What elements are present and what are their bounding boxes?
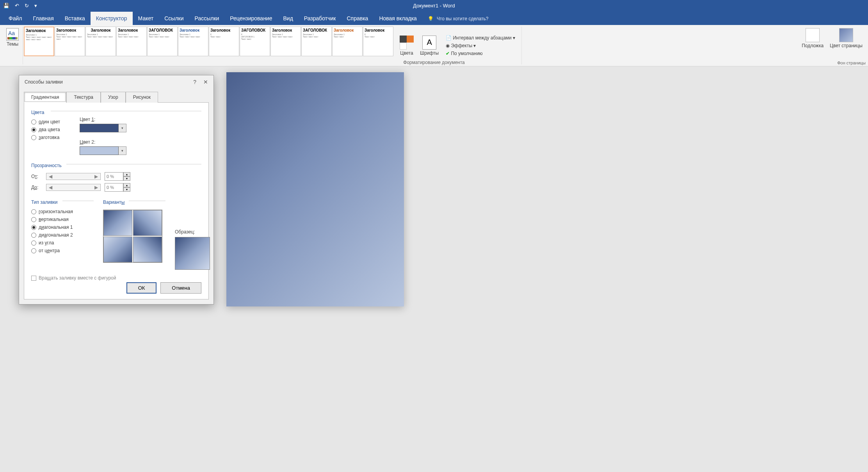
rotate-checkbox-row[interactable]: Вращать заливку вместе с фигурой [31,275,201,281]
tab-home[interactable]: Главная [27,12,59,25]
tab-design[interactable]: Конструктор [91,12,133,25]
to-spinner[interactable]: ▲▼ [105,183,130,192]
tab-insert[interactable]: Вставка [59,12,91,25]
formatting-options: 📄 Интервал между абзацами ▾ ◉ Эффекты ▾ … [442,33,519,59]
to-input[interactable] [105,183,123,192]
variant-1[interactable] [103,210,132,236]
style-item-4[interactable]: ЗаголовокЗаголовок 1Текст текст текст те… [116,27,147,56]
transparency-fieldset: Прозрачность От: ◀▶ ▲▼ До: ◀▶ ▲▼ [31,161,201,192]
style-item-2[interactable]: ЗаголовокЗаголовок 1Текст текст текст те… [55,27,85,56]
sample-preview [175,237,210,270]
tab-view[interactable]: Вид [277,12,298,25]
radio-diagonal1[interactable]: диагональная 1 [31,224,94,230]
style-item-5[interactable]: ЗАГОЛОВОКЗаголовок 1Текст текст текст те… [147,27,178,56]
title-bar: 💾 ↶ ↻ ▾ Документ1 - Word [0,0,868,11]
radio-two-colors[interactable]: два цвета [31,127,60,132]
colors-icon [400,36,414,50]
tab-help[interactable]: Справка [341,12,374,25]
style-item-12[interactable]: ЗаголовокКТекст текст [363,27,393,56]
radio-one-color[interactable]: оодин цветдин цвет [31,119,60,125]
set-default-button[interactable]: ✔ По умолчанию [445,50,516,57]
from-slider[interactable]: ◀▶ [46,173,101,180]
cancel-button[interactable]: Отмена [160,282,201,294]
save-button[interactable]: 💾 [3,3,9,9]
variant-3[interactable] [103,237,132,262]
radio-vertical[interactable]: вертикальная [31,217,94,222]
tab-picture[interactable]: Рисунок [126,92,158,103]
colors-button[interactable]: Цвета [397,34,417,57]
color2-dropdown[interactable]: ▾ [119,146,126,155]
radio-from-corner[interactable]: из угла [31,240,94,246]
style-item-8[interactable]: ЗАГОЛОВОККЗАГОЛОВОК 1Текст текст [240,27,270,56]
lightbulb-icon: 💡 [428,16,434,21]
tab-file[interactable]: Файл [3,12,27,25]
style-gallery: ЗаголовокЗаголовок 1Текст текст текст те… [24,27,393,64]
qat-more-button[interactable]: ▾ [34,3,37,9]
tab-new[interactable]: Новая вкладка [374,12,422,25]
style-item-3[interactable]: ЗаголовокЗаголовок 1Текст текст текст те… [85,27,116,56]
tell-me-search[interactable]: 💡 Что вы хотите сделать? [422,12,494,25]
paragraph-spacing-button[interactable]: 📄 Интервал между абзацами ▾ [445,34,516,41]
page-background-label: Фон страницы [837,61,866,65]
effects-button[interactable]: ◉ Эффекты ▾ [445,42,516,49]
to-down[interactable]: ▼ [123,187,130,192]
rotate-label: Вращать заливку вместе с фигурой [39,275,116,281]
radio-preset[interactable]: заготовка [31,135,60,140]
style-item-1[interactable]: ЗаголовокЗаголовок 1Текст текст текст те… [24,27,54,56]
tab-layout[interactable]: Макет [133,12,159,25]
fill-effects-dialog: Способы заливки ? ✕ Градиентная Текстура… [19,75,214,305]
color1-dropdown[interactable]: ▾ [119,124,126,132]
fonts-button[interactable]: A Шрифты [417,34,442,57]
dialog-titlebar: Способы заливки ? ✕ [19,75,213,89]
style-item-6[interactable]: ЗаголовокЗаголовок 1Текст текст текст те… [178,27,208,56]
color-pickers: Цвет 1: ▾ Цвет 2: ▾ [80,117,126,155]
radio-diagonal2[interactable]: диагональная 2 [31,232,94,238]
to-slider[interactable]: ◀▶ [46,184,101,191]
color1-picker[interactable]: ▾ [80,124,126,132]
style-item-10[interactable]: ЗАГОЛОВОКЗаголовок 1Текст текст текст [301,27,332,56]
watermark-button[interactable]: Подложка [799,27,827,64]
page-color-icon [839,28,853,42]
from-label: От: [31,174,42,179]
tab-references[interactable]: Ссылки [159,12,189,25]
tab-texture[interactable]: Текстура [66,92,101,103]
dialog-help-button[interactable]: ? [193,79,196,85]
page-color-button[interactable]: Цвет страницы [827,27,866,64]
tab-developer[interactable]: Разработчик [299,12,342,25]
tab-pattern[interactable]: Узор [101,92,126,103]
tab-mailings[interactable]: Рассылки [189,12,225,25]
tab-gradient[interactable]: Градиентная [24,92,66,103]
from-input[interactable] [105,172,123,181]
redo-button[interactable]: ↻ [25,3,29,9]
fonts-icon: A [422,36,436,50]
radio-from-center[interactable]: от центра [31,248,94,253]
style-item-7[interactable]: ЗаголовокКТекст текст [209,27,239,56]
doc-formatting-label: Форматирование документа [403,60,464,65]
to-up[interactable]: ▲ [123,183,130,187]
tab-review[interactable]: Рецензирование [224,12,277,25]
variant-2[interactable] [133,210,162,236]
style-item-9[interactable]: ЗаголовокЗаголовок 1Текст текст текст те… [270,27,301,56]
variant-4[interactable] [133,237,162,262]
ok-button[interactable]: ОК [126,282,157,294]
page-background-group: Подложка Цвет страницы [799,27,866,64]
transparency-legend: Прозрачность [31,163,62,168]
document-page[interactable] [226,72,404,306]
from-down[interactable]: ▼ [123,176,130,181]
dialog-title: Способы заливки [25,79,63,85]
undo-button[interactable]: ↶ [15,3,19,9]
color1-label: Цвет 1: [80,117,126,122]
dialog-close-button[interactable]: ✕ [203,79,208,85]
rotate-checkbox[interactable] [31,276,36,281]
themes-label: Темы [7,41,18,47]
themes-icon [6,28,19,41]
themes-button[interactable]: Темы [5,27,20,48]
style-item-11[interactable]: ЗаголовокЗаголовок 1Текст текст [332,27,363,56]
dialog-body: Цвета оодин цветдин цвет два цвета загот… [24,102,209,299]
color2-picker[interactable]: ▾ [80,146,126,155]
watermark-icon [806,28,820,42]
from-up[interactable]: ▲ [123,172,130,176]
radio-horizontal[interactable]: горизонтальная [31,209,94,214]
from-spinner[interactable]: ▲▼ [105,172,130,181]
sample-section: Образец: [175,198,210,270]
